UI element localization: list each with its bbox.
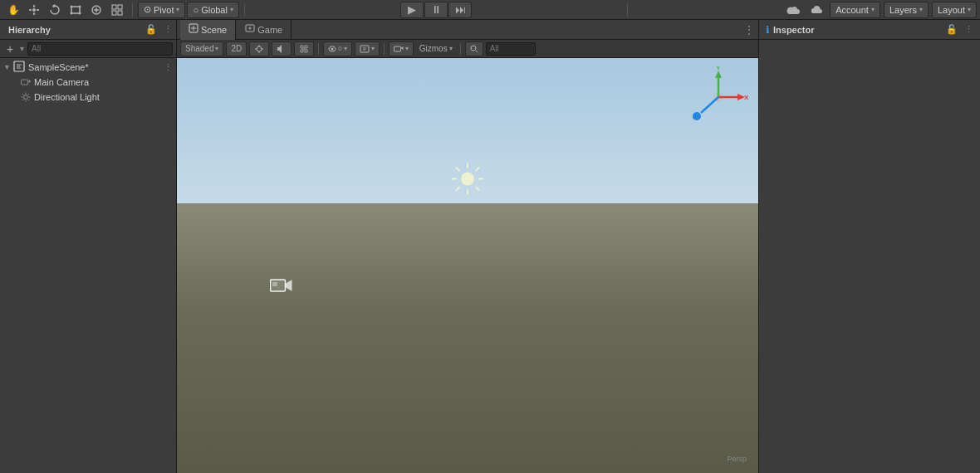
visibility-num: 0 <box>338 45 341 52</box>
scene-icon <box>13 61 25 74</box>
hierarchy-lock-icon[interactable]: 🔓 <box>145 24 157 35</box>
pivot-dropdown[interactable]: ⊙ Pivot ▾ <box>138 2 185 18</box>
svg-text:Z: Z <box>693 113 697 120</box>
scene-viewport[interactable]: Y X Z Persp <box>177 58 758 473</box>
svg-rect-8 <box>118 5 122 9</box>
svg-line-28 <box>476 187 479 190</box>
scene-panel-more-icon[interactable]: ⋮ <box>743 23 755 37</box>
shaded-label: Shaded <box>185 44 213 53</box>
main-camera-label: Main Camera <box>34 77 89 87</box>
scene-tabs: Scene Game ⋮ <box>177 20 758 40</box>
scene-visibility-dropdown[interactable]: 0 ▾ <box>323 41 351 56</box>
collab-icon-button[interactable] <box>783 2 803 18</box>
global-arrow-icon: ▾ <box>230 6 233 13</box>
pivot-label: Pivot <box>154 5 174 15</box>
global-label: Global <box>201 5 228 15</box>
overlay-dropdown[interactable]: ▾ <box>355 41 380 56</box>
layers-arrow-icon: ▾ <box>919 6 923 13</box>
lighting-toggle[interactable] <box>249 41 269 56</box>
hierarchy-add-button[interactable]: + <box>3 42 17 56</box>
hierarchy-more-icon[interactable]: ⋮ <box>164 24 173 35</box>
cloud-build-icon-button[interactable] <box>806 2 826 18</box>
hierarchy-item-main-camera[interactable]: Main Camera <box>0 75 176 90</box>
scene-search-zoom[interactable] <box>465 41 483 56</box>
audio-toggle[interactable] <box>272 41 292 56</box>
layers-dropdown[interactable]: Layers ▾ <box>884 2 929 18</box>
2d-toggle[interactable]: 2D <box>226 41 247 56</box>
svg-line-27 <box>456 168 459 171</box>
svg-rect-19 <box>360 46 369 52</box>
scene-toolbar: Shaded ▾ 2D <box>177 40 758 58</box>
custom-tool-button[interactable] <box>107 2 127 18</box>
inspector-title: Inspector <box>773 25 815 35</box>
gizmos-button[interactable]: Gizmos ▾ <box>416 41 456 56</box>
hierarchy-scene-item[interactable]: ▼ SampleScene* ⋮ <box>0 60 176 75</box>
rotate-tool-button[interactable] <box>45 2 65 18</box>
scene-search-input[interactable] <box>486 42 536 56</box>
inspector-panel: ℹ Inspector 🔓 ⋮ <box>758 20 980 473</box>
scene-camera-dropdown[interactable]: ▾ <box>389 41 414 56</box>
move-tool-button[interactable] <box>24 2 44 18</box>
pivot-arrow-icon: ▾ <box>176 6 179 13</box>
gizmos-arrow-icon: ▾ <box>449 45 453 52</box>
tab-game[interactable]: Game <box>237 20 292 40</box>
svg-point-2 <box>71 5 73 7</box>
layout-dropdown[interactable]: Layout ▾ <box>932 2 977 18</box>
svg-point-0 <box>32 8 36 12</box>
svg-line-29 <box>476 168 479 171</box>
tab-scene[interactable]: Scene <box>180 20 236 40</box>
fx-toggle[interactable] <box>294 41 314 56</box>
scene-ground <box>177 203 758 473</box>
inspector-lock-icon[interactable]: 🔓 <box>946 24 958 35</box>
visibility-arrow-icon: ▾ <box>344 45 347 52</box>
account-dropdown[interactable]: Account ▾ <box>830 2 880 18</box>
layers-label: Layers <box>889 5 917 15</box>
layout-label: Layout <box>938 5 965 15</box>
svg-text:X: X <box>744 94 749 101</box>
account-label: Account <box>835 5 869 15</box>
scene-toolbar-sep1 <box>318 43 319 55</box>
tool-group-left: ✋ <box>3 2 127 18</box>
pivot-icon: ⊙ <box>144 4 151 15</box>
global-dropdown[interactable]: ○ Global ▾ <box>187 2 238 18</box>
directional-light-label: Directional Light <box>34 92 100 102</box>
hierarchy-item-directional-light[interactable]: Directional Light <box>0 90 176 105</box>
center-panel: Scene Game ⋮ Shaded ▾ 2D <box>177 20 758 473</box>
overlay-arrow-icon: ▾ <box>371 45 375 52</box>
camera-object-scene <box>270 276 293 299</box>
shaded-arrow-icon: ▾ <box>215 45 218 52</box>
pause-button[interactable]: ⏸ <box>424 2 448 18</box>
svg-point-18 <box>331 47 334 50</box>
inspector-content <box>759 40 980 473</box>
hierarchy-search-input[interactable] <box>27 42 173 56</box>
lighting-icon <box>254 44 264 54</box>
light-item-icon <box>20 91 32 103</box>
scene-toolbar-sep3 <box>460 43 461 55</box>
scene-more-icon[interactable]: ⋮ <box>164 62 173 73</box>
step-button[interactable]: ⏭ <box>448 2 472 18</box>
svg-point-21 <box>471 46 476 51</box>
svg-point-4 <box>71 12 73 14</box>
hand-tool-button[interactable]: ✋ <box>3 2 23 18</box>
global-icon: ○ <box>193 5 198 15</box>
inspector-info-icon: ℹ <box>766 24 770 36</box>
scene-gizmo-widget[interactable]: Y X Z <box>688 66 750 129</box>
scene-tab-icon <box>189 23 198 36</box>
transform-tool-button[interactable] <box>86 2 106 18</box>
toolbar-separator-2 <box>244 3 245 17</box>
play-controls: ▶ ⏸ ⏭ <box>400 2 472 18</box>
inspector-more-icon[interactable]: ⋮ <box>964 24 973 35</box>
hierarchy-title: Hierarchy <box>3 23 56 37</box>
play-button[interactable]: ▶ <box>400 2 424 18</box>
shaded-dropdown[interactable]: Shaded ▾ <box>180 41 223 56</box>
hierarchy-dropdown-arrow[interactable]: ▾ <box>20 44 24 53</box>
svg-point-22 <box>461 173 474 186</box>
scene-camera-icon <box>394 45 404 53</box>
scene-tab-label: Scene <box>201 25 227 35</box>
rect-tool-button[interactable] <box>66 2 86 18</box>
svg-rect-7 <box>112 5 116 9</box>
inspector-header: ℹ Inspector 🔓 ⋮ <box>759 20 980 40</box>
svg-point-3 <box>79 5 81 7</box>
svg-rect-32 <box>272 282 277 286</box>
svg-line-30 <box>456 187 459 190</box>
